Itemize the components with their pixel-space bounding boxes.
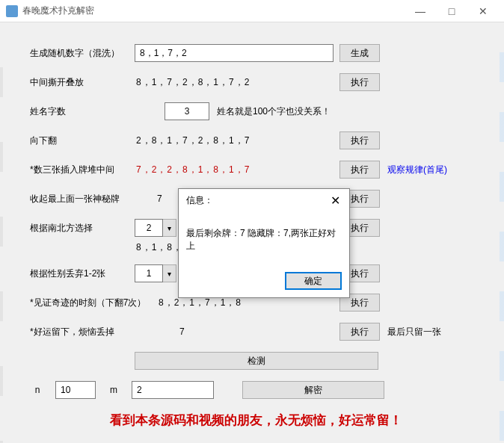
row-split: 中间撕开叠放 8，1，7，2，8，1，7，2 执行 (30, 72, 482, 92)
dialog-title: 信息： (186, 194, 213, 207)
input-m[interactable] (132, 381, 214, 399)
row-name: 姓名字数 姓名就是100个字也没关系！ (30, 102, 482, 121)
m-label: m (106, 385, 121, 395)
row-check: 检测 (30, 351, 482, 371)
window-controls: — □ ✕ (405, 1, 498, 21)
three-execute-button[interactable]: 执行 (339, 161, 380, 179)
row-down: 向下翻 2，8，1，7，2，8，1，7 执行 (30, 131, 482, 150)
check-button[interactable]: 检测 (135, 352, 378, 370)
label-top: 收起最上面一张神秘牌 (30, 193, 135, 205)
name-note: 姓名就是100个字也没关系！ (217, 105, 331, 118)
input-gender[interactable] (135, 264, 163, 282)
input-name-count[interactable] (165, 102, 209, 120)
gender-dropdown-button[interactable]: ▾ (163, 264, 176, 282)
generate-button[interactable]: 生成 (339, 44, 380, 62)
n-label: n (30, 385, 45, 395)
info-dialog: 信息： ✕ 最后剩余牌：7 隐藏牌：7,两张正好对上 确定 (178, 188, 350, 298)
input-generate[interactable] (135, 44, 334, 62)
minimize-button[interactable]: — (405, 1, 435, 21)
dialog-close-icon[interactable]: ✕ (328, 193, 343, 208)
label-three: *数三张插入牌堆中间 (30, 164, 135, 176)
ns-dropdown-button[interactable]: ▾ (163, 219, 176, 237)
row-nm: n m 解密 (30, 380, 482, 400)
label-miracle: *见证奇迹的时刻（下翻7次） (30, 297, 157, 309)
down-execute-button[interactable]: 执行 (339, 131, 380, 149)
row-keep: *好运留下，烦恼丢掉 7 执行 最后只留一张 (30, 322, 482, 341)
data-down: 2，8，1，7，2，8，1，7 (135, 134, 339, 147)
titlebar: 春晚魔术扑克解密 — □ ✕ (0, 0, 504, 22)
split-execute-button[interactable]: 执行 (339, 73, 380, 91)
label-split: 中间撕开叠放 (30, 76, 135, 89)
three-extra: 观察规律(首尾) (387, 164, 447, 176)
label-down: 向下翻 (30, 134, 135, 147)
app-icon (6, 5, 18, 17)
label-ns: 根据南北方选择 (30, 222, 135, 235)
input-ns[interactable] (135, 219, 163, 237)
row-three: *数三张插入牌堆中间 7，2，2，8，1，8，1，7 执行 观察规律(首尾) (30, 160, 482, 179)
row-generate: 生成随机数字（混洗） 生成 (30, 43, 482, 63)
dialog-body: 最后剩余牌：7 隐藏牌：7,两张正好对上 (179, 211, 349, 267)
data-miracle: 8，2，1，7，1，8 (157, 297, 339, 309)
maximize-button[interactable]: □ (437, 1, 467, 21)
dialog-ok-button[interactable]: 确定 (285, 272, 342, 290)
window-title: 春晚魔术扑克解密 (22, 4, 94, 17)
label-name: 姓名字数 (30, 105, 135, 118)
data-three: 7，2，2，8，1，8，1，7 (135, 164, 339, 176)
label-generate: 生成随机数字（混洗） (30, 47, 135, 60)
data-split: 8，1，7，2，8，1，7，2 (135, 76, 339, 89)
keep-execute-button[interactable]: 执行 (339, 323, 380, 341)
label-gender: 根据性别丢弃1-2张 (30, 267, 135, 280)
label-keep: *好运留下，烦恼丢掉 (30, 326, 135, 338)
footer-message: 看到本条源码和视频的朋友，永无烦恼，好运常留！ (30, 412, 482, 429)
keep-extra: 最后只留一张 (387, 326, 441, 338)
data-keep: 7 (135, 326, 339, 337)
decrypt-button[interactable]: 解密 (242, 381, 384, 399)
close-button[interactable]: ✕ (468, 1, 498, 21)
input-n[interactable] (55, 381, 96, 399)
